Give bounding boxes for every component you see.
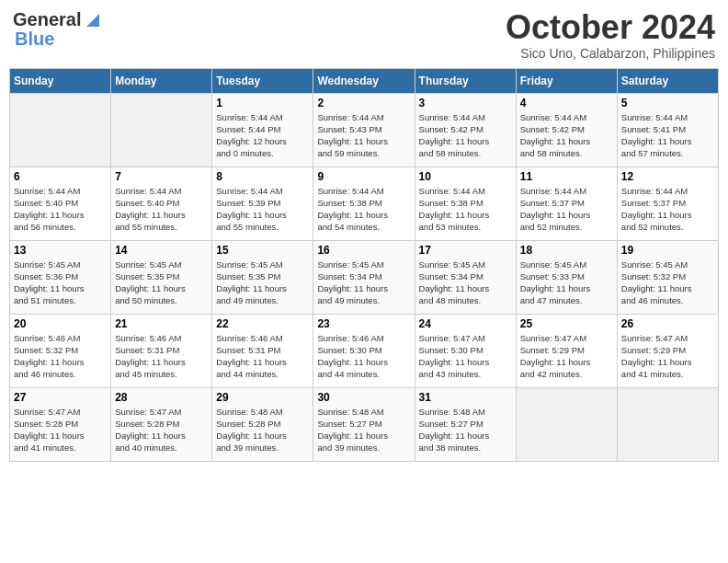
day-info: Sunrise: 5:46 AM Sunset: 5:32 PM Dayligh… bbox=[14, 332, 107, 381]
day-number: 4 bbox=[520, 97, 613, 109]
month-title: October 2024 bbox=[506, 9, 715, 46]
calendar-cell: 11Sunrise: 5:44 AM Sunset: 5:37 PM Dayli… bbox=[516, 167, 617, 240]
day-number: 27 bbox=[14, 391, 107, 404]
day-number: 1 bbox=[216, 97, 309, 109]
day-info: Sunrise: 5:46 AM Sunset: 5:31 PM Dayligh… bbox=[216, 332, 309, 381]
day-info: Sunrise: 5:44 AM Sunset: 5:42 PM Dayligh… bbox=[520, 111, 613, 160]
day-number: 8 bbox=[216, 170, 309, 183]
calendar-cell: 3Sunrise: 5:44 AM Sunset: 5:42 PM Daylig… bbox=[415, 93, 516, 167]
day-number: 30 bbox=[317, 391, 410, 404]
day-info: Sunrise: 5:47 AM Sunset: 5:29 PM Dayligh… bbox=[621, 332, 714, 381]
calendar-cell: 14Sunrise: 5:45 AM Sunset: 5:35 PM Dayli… bbox=[111, 240, 212, 314]
calendar-cell: 30Sunrise: 5:48 AM Sunset: 5:27 PM Dayli… bbox=[313, 387, 415, 461]
calendar-week-row: 6Sunrise: 5:44 AM Sunset: 5:40 PM Daylig… bbox=[10, 167, 719, 240]
day-info: Sunrise: 5:47 AM Sunset: 5:28 PM Dayligh… bbox=[115, 406, 208, 454]
calendar-header-row: Sunday Monday Tuesday Wednesday Thursday… bbox=[10, 68, 719, 93]
calendar-cell: 27Sunrise: 5:47 AM Sunset: 5:28 PM Dayli… bbox=[10, 387, 111, 461]
day-number: 19 bbox=[621, 244, 714, 257]
day-number: 20 bbox=[14, 317, 107, 330]
day-number: 22 bbox=[216, 317, 309, 330]
calendar-cell: 7Sunrise: 5:44 AM Sunset: 5:40 PM Daylig… bbox=[111, 167, 212, 240]
day-number: 31 bbox=[419, 391, 512, 404]
page-header: General Blue October 2024 Sico Uno, Cala… bbox=[9, 9, 719, 61]
day-number: 28 bbox=[115, 391, 208, 404]
day-info: Sunrise: 5:48 AM Sunset: 5:28 PM Dayligh… bbox=[216, 406, 309, 454]
logo: General Blue bbox=[13, 9, 103, 50]
calendar-week-row: 1Sunrise: 5:44 AM Sunset: 5:44 PM Daylig… bbox=[10, 93, 719, 167]
calendar-cell bbox=[617, 387, 718, 461]
calendar-week-row: 27Sunrise: 5:47 AM Sunset: 5:28 PM Dayli… bbox=[10, 387, 719, 461]
day-info: Sunrise: 5:44 AM Sunset: 5:40 PM Dayligh… bbox=[14, 185, 107, 234]
calendar-cell: 22Sunrise: 5:46 AM Sunset: 5:31 PM Dayli… bbox=[212, 314, 313, 387]
day-info: Sunrise: 5:48 AM Sunset: 5:27 PM Dayligh… bbox=[317, 406, 410, 454]
col-thursday: Thursday bbox=[415, 68, 516, 93]
calendar-cell: 26Sunrise: 5:47 AM Sunset: 5:29 PM Dayli… bbox=[617, 314, 718, 387]
col-saturday: Saturday bbox=[617, 68, 718, 93]
calendar-cell: 8Sunrise: 5:44 AM Sunset: 5:39 PM Daylig… bbox=[212, 167, 313, 240]
day-number: 2 bbox=[317, 97, 410, 109]
calendar-cell: 17Sunrise: 5:45 AM Sunset: 5:34 PM Dayli… bbox=[415, 240, 516, 314]
calendar-week-row: 13Sunrise: 5:45 AM Sunset: 5:36 PM Dayli… bbox=[10, 240, 719, 314]
day-info: Sunrise: 5:45 AM Sunset: 5:35 PM Dayligh… bbox=[216, 259, 309, 307]
calendar-cell: 15Sunrise: 5:45 AM Sunset: 5:35 PM Dayli… bbox=[212, 240, 313, 314]
calendar-cell: 19Sunrise: 5:45 AM Sunset: 5:32 PM Dayli… bbox=[617, 240, 718, 314]
day-number: 23 bbox=[317, 317, 410, 330]
col-wednesday: Wednesday bbox=[313, 68, 415, 93]
day-info: Sunrise: 5:44 AM Sunset: 5:37 PM Dayligh… bbox=[621, 185, 714, 234]
day-number: 13 bbox=[14, 244, 107, 257]
day-info: Sunrise: 5:45 AM Sunset: 5:34 PM Dayligh… bbox=[317, 259, 410, 307]
col-tuesday: Tuesday bbox=[212, 68, 313, 93]
calendar-cell: 31Sunrise: 5:48 AM Sunset: 5:27 PM Dayli… bbox=[415, 387, 516, 461]
day-number: 6 bbox=[14, 170, 107, 183]
calendar-cell: 10Sunrise: 5:44 AM Sunset: 5:38 PM Dayli… bbox=[415, 167, 516, 240]
calendar-cell bbox=[516, 387, 617, 461]
calendar-cell: 13Sunrise: 5:45 AM Sunset: 5:36 PM Dayli… bbox=[10, 240, 111, 314]
calendar-cell: 6Sunrise: 5:44 AM Sunset: 5:40 PM Daylig… bbox=[10, 167, 111, 240]
day-info: Sunrise: 5:44 AM Sunset: 5:42 PM Dayligh… bbox=[419, 111, 512, 160]
calendar-cell: 16Sunrise: 5:45 AM Sunset: 5:34 PM Dayli… bbox=[313, 240, 415, 314]
day-number: 11 bbox=[520, 170, 613, 183]
day-info: Sunrise: 5:48 AM Sunset: 5:27 PM Dayligh… bbox=[419, 406, 512, 454]
day-info: Sunrise: 5:47 AM Sunset: 5:30 PM Dayligh… bbox=[419, 332, 512, 381]
day-info: Sunrise: 5:45 AM Sunset: 5:34 PM Dayligh… bbox=[419, 259, 512, 307]
day-info: Sunrise: 5:44 AM Sunset: 5:38 PM Dayligh… bbox=[419, 185, 512, 234]
day-number: 17 bbox=[419, 244, 512, 257]
day-number: 10 bbox=[419, 170, 512, 183]
col-monday: Monday bbox=[111, 68, 212, 93]
col-friday: Friday bbox=[516, 68, 617, 93]
day-number: 3 bbox=[419, 97, 512, 109]
subtitle: Sico Uno, Calabarzon, Philippines bbox=[506, 46, 715, 61]
calendar-cell: 18Sunrise: 5:45 AM Sunset: 5:33 PM Dayli… bbox=[516, 240, 617, 314]
day-info: Sunrise: 5:44 AM Sunset: 5:39 PM Dayligh… bbox=[216, 185, 309, 234]
calendar-cell: 20Sunrise: 5:46 AM Sunset: 5:32 PM Dayli… bbox=[10, 314, 111, 387]
calendar-cell: 5Sunrise: 5:44 AM Sunset: 5:41 PM Daylig… bbox=[617, 93, 718, 167]
day-info: Sunrise: 5:44 AM Sunset: 5:44 PM Dayligh… bbox=[216, 111, 309, 160]
logo-general: General bbox=[13, 9, 81, 30]
day-number: 24 bbox=[419, 317, 512, 330]
calendar-cell bbox=[10, 93, 111, 167]
calendar-cell: 9Sunrise: 5:44 AM Sunset: 5:38 PM Daylig… bbox=[313, 167, 415, 240]
day-info: Sunrise: 5:44 AM Sunset: 5:37 PM Dayligh… bbox=[520, 185, 613, 234]
day-number: 25 bbox=[520, 317, 613, 330]
calendar-table: Sunday Monday Tuesday Wednesday Thursday… bbox=[9, 68, 719, 462]
svg-marker-0 bbox=[86, 14, 99, 27]
day-number: 9 bbox=[317, 170, 410, 183]
calendar-cell: 24Sunrise: 5:47 AM Sunset: 5:30 PM Dayli… bbox=[415, 314, 516, 387]
calendar-cell: 28Sunrise: 5:47 AM Sunset: 5:28 PM Dayli… bbox=[111, 387, 212, 461]
day-info: Sunrise: 5:45 AM Sunset: 5:35 PM Dayligh… bbox=[115, 259, 208, 307]
day-info: Sunrise: 5:44 AM Sunset: 5:38 PM Dayligh… bbox=[317, 185, 410, 234]
day-info: Sunrise: 5:45 AM Sunset: 5:32 PM Dayligh… bbox=[621, 259, 714, 307]
day-number: 16 bbox=[317, 244, 410, 257]
day-info: Sunrise: 5:44 AM Sunset: 5:40 PM Dayligh… bbox=[115, 185, 208, 234]
day-info: Sunrise: 5:47 AM Sunset: 5:29 PM Dayligh… bbox=[520, 332, 613, 381]
day-number: 5 bbox=[621, 97, 714, 109]
day-number: 26 bbox=[621, 317, 714, 330]
day-number: 14 bbox=[115, 244, 208, 257]
day-number: 7 bbox=[115, 170, 208, 183]
col-sunday: Sunday bbox=[10, 68, 111, 93]
day-info: Sunrise: 5:47 AM Sunset: 5:28 PM Dayligh… bbox=[14, 406, 107, 454]
day-number: 18 bbox=[520, 244, 613, 257]
calendar-cell: 23Sunrise: 5:46 AM Sunset: 5:30 PM Dayli… bbox=[313, 314, 415, 387]
logo-blue: Blue bbox=[15, 29, 54, 50]
calendar-cell: 1Sunrise: 5:44 AM Sunset: 5:44 PM Daylig… bbox=[212, 93, 313, 167]
